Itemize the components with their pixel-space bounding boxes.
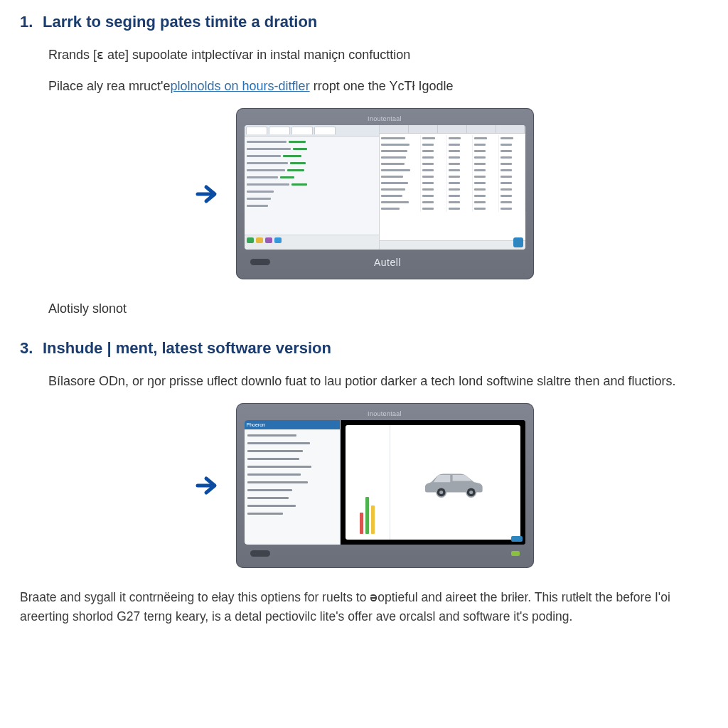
- screen2-right-pane: [341, 420, 525, 545]
- step-1-p1-pre: Rrands: [48, 48, 93, 62]
- tablet-device-2: Inoutentaal Phoeron: [236, 403, 534, 568]
- device-2-led: [511, 551, 520, 556]
- device-1-brand-label: Autell: [270, 257, 505, 268]
- step-1-p1-bracket: [ɛ ate]: [93, 48, 129, 62]
- screen1-footer-icons: [245, 235, 380, 250]
- screen2-bar-chart: [346, 425, 390, 540]
- bar-green: [365, 497, 369, 534]
- screen2-sidebar: Phoeron: [245, 420, 341, 545]
- screen1-right-pane: [380, 125, 525, 250]
- step-3-paragraph-1: Bílasore ODn, or ŋor prisse uflect downl…: [48, 372, 708, 390]
- step-3-title: Inshude | ment, latest software version: [43, 339, 331, 358]
- bar-red: [360, 513, 363, 534]
- bar-yellow: [371, 505, 375, 534]
- screen2-sidebar-header: Phoeron: [245, 420, 340, 429]
- step-1-p1-post: supoolate intplectívar in instal maniçn …: [129, 48, 410, 62]
- step-1-paragraph-2: Pilace aly rea mruct'eplolnolds on hours…: [48, 77, 708, 95]
- screen2-menu: [245, 429, 340, 545]
- screen1-left-tabs: [245, 125, 380, 136]
- device-1-top-label: Inoutentaal: [245, 115, 525, 122]
- step-3-number: 3.: [20, 339, 34, 358]
- status-icon-green: [247, 237, 254, 243]
- screen1-left-pane: [245, 125, 380, 250]
- step-1-p2-pre: Pilace aly rea mruct'e: [48, 79, 171, 93]
- status-icon-blue: [274, 237, 282, 243]
- status-icon-yellow: [256, 237, 263, 243]
- device-2-screen: Phoeron: [245, 420, 525, 545]
- step-1-p2-post: rropt one the YcTł Igodle: [310, 79, 454, 93]
- step-1-caption: Alotisly slonot: [48, 299, 708, 318]
- screen2-panel: [346, 425, 520, 540]
- screen1-right-footer: [380, 240, 525, 250]
- screen1-grid: [380, 134, 525, 240]
- step-1-paragraph-1: Rrands [ɛ ate] supoolate intplectívar in…: [48, 46, 708, 64]
- svg-point-1: [439, 491, 443, 494]
- step-1-number: 1.: [20, 13, 34, 31]
- step-3-illustration: Inoutentaal Phoeron: [20, 403, 708, 568]
- step-1-illustration: Inoutentaal: [20, 108, 708, 279]
- device-1-screen: [245, 125, 525, 250]
- screen1-corner-icon: [513, 237, 523, 247]
- device-2-top-label: Inoutentaal: [245, 410, 525, 417]
- screen1-grid-header: [380, 125, 525, 134]
- screen2-corner-icon: [511, 536, 523, 542]
- plolnolds-link[interactable]: plolnolds on hours-ditfler: [171, 79, 310, 93]
- screen1-left-list: [245, 136, 380, 235]
- tablet-device-1: Inoutentaal: [236, 108, 534, 279]
- device-2-home-button: [250, 550, 270, 557]
- step-3: 3. Inshude | ment, latest software versi…: [20, 339, 708, 568]
- device-1-home-button: [250, 259, 270, 265]
- status-icon-purple: [265, 237, 272, 243]
- car-icon: [417, 468, 493, 498]
- arrow-right-icon: [195, 473, 220, 498]
- footer-paragraph: Braate and sygall it contrnëeing to ełay…: [20, 588, 708, 626]
- svg-point-3: [469, 491, 473, 494]
- screen2-car-graphic: [390, 425, 520, 540]
- arrow-right-icon: [195, 181, 220, 207]
- step-1-title: Larrk to seging pates timite a dration: [43, 13, 317, 31]
- step-3-heading: 3. Inshude | ment, latest software versi…: [20, 339, 708, 358]
- step-1: 1. Larrk to seging pates timite a dratio…: [20, 13, 708, 318]
- step-1-heading: 1. Larrk to seging pates timite a dratio…: [20, 13, 708, 31]
